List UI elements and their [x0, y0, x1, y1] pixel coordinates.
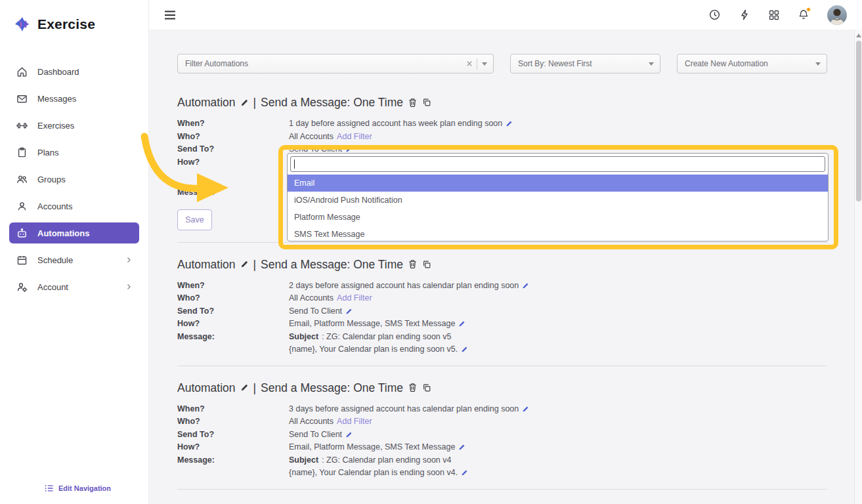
clear-icon[interactable]	[467, 61, 472, 66]
field-label: Send To?	[177, 429, 289, 442]
hamburger-menu-icon[interactable]	[164, 10, 176, 20]
list-edit-icon	[45, 484, 54, 492]
title-separator: |	[253, 257, 257, 272]
scrollbar-up-arrow[interactable]	[856, 33, 861, 37]
field-label: Message:	[177, 186, 289, 200]
avatar[interactable]	[827, 5, 847, 25]
sidebar-item-account[interactable]: Account	[9, 276, 139, 297]
save-button[interactable]: Save	[177, 209, 212, 230]
sidebar-item-accounts[interactable]: Accounts	[9, 196, 139, 217]
notifications-bell-icon[interactable]	[798, 9, 809, 21]
edit-pencil-icon[interactable]	[461, 346, 468, 353]
edit-pencil-icon[interactable]	[240, 260, 249, 268]
apps-grid-icon[interactable]	[768, 9, 780, 21]
edit-pencil-icon[interactable]	[240, 383, 249, 392]
edit-navigation-button[interactable]: Edit Navigation	[0, 484, 148, 492]
field-when: When? 1 day before assigned account has …	[177, 117, 827, 131]
dropdown-option-push[interactable]: iOS/Android Push Notification	[288, 192, 828, 209]
edit-pencil-icon[interactable]	[240, 98, 249, 107]
edit-pencil-icon[interactable]	[506, 120, 513, 127]
sidebar-item-messages[interactable]: Messages	[9, 88, 139, 109]
automation-title: Automation	[177, 257, 236, 272]
edit-pencil-icon[interactable]	[458, 320, 465, 327]
history-icon[interactable]	[708, 9, 721, 21]
dropdown-option-sms[interactable]: SMS Text Message	[288, 226, 828, 242]
sidebar-item-plans[interactable]: Plans	[9, 142, 139, 163]
field-label: How?	[177, 318, 289, 331]
sidebar-item-exercises[interactable]: Exercises	[9, 115, 139, 136]
edit-pencil-icon[interactable]	[458, 444, 465, 451]
field-label: When?	[177, 403, 289, 416]
trash-icon[interactable]	[408, 98, 418, 108]
add-filter-link[interactable]: Add Filter	[337, 131, 372, 144]
edit-pencil-icon[interactable]	[522, 282, 529, 289]
dropdown-option-platform[interactable]: Platform Message	[288, 209, 828, 226]
scrollbar-thumb[interactable]	[856, 41, 861, 201]
sidebar-item-label: Automations	[37, 228, 89, 238]
notification-badge	[806, 7, 811, 12]
subject-value: : ZG: Calendar plan ending soon v5	[322, 331, 451, 344]
copy-icon[interactable]	[422, 260, 431, 269]
filter-automations-select[interactable]: Filter Automations	[177, 54, 494, 74]
copy-icon[interactable]	[422, 383, 431, 392]
automation-subtitle: Send a Message: One Time	[261, 95, 403, 110]
message-body-value: {name}, Your Calendar plan is ending soo…	[289, 343, 458, 356]
sort-by-value: Sort By: Newest First	[518, 59, 592, 68]
create-new-automation-select[interactable]: Create New Automation	[677, 54, 827, 74]
field-label: How?	[177, 156, 289, 169]
field-label: When?	[177, 280, 289, 293]
field-who: Who? All Accounts Add Filter	[177, 292, 827, 305]
filter-bar: Filter Automations Sort By: Newest First…	[177, 54, 827, 74]
copy-icon[interactable]	[422, 98, 431, 107]
quick-actions-icon[interactable]	[739, 9, 750, 21]
field-who: Who? All Accounts Add Filter	[177, 415, 827, 429]
automation-title-row: Automation | Send a Message: One Time	[177, 381, 827, 395]
field-when: When? 3 days before assigned account has…	[177, 403, 827, 416]
when-value: 1 day before assigned account has week p…	[289, 117, 502, 131]
field-message-subject: Message: Subject: ZG: Calendar plan endi…	[177, 331, 827, 344]
field-label: Who?	[177, 131, 289, 144]
automation-subtitle: Send a Message: One Time	[261, 257, 403, 272]
sidebar-item-automations[interactable]: Automations	[9, 222, 139, 243]
dropdown-option-email[interactable]: Email	[288, 175, 828, 192]
dumbbell-icon	[16, 120, 28, 131]
sidebar-item-label: Groups	[37, 175, 66, 184]
brand-logo: Exercise	[0, 0, 148, 33]
field-how: How? Email, Platform Message, SMS Text M…	[177, 441, 827, 454]
add-filter-link[interactable]: Add Filter	[337, 415, 372, 429]
edit-navigation-label: Edit Navigation	[58, 484, 111, 492]
edit-pencil-icon[interactable]	[522, 406, 529, 413]
automation-card: Automation | Send a Message: One Time Wh…	[177, 257, 827, 356]
edit-pencil-icon[interactable]	[345, 431, 353, 438]
field-label: Message:	[177, 454, 289, 467]
automation-subtitle: Send a Message: One Time	[261, 381, 403, 395]
chevron-right-icon	[126, 284, 132, 290]
sidebar-item-dashboard[interactable]: Dashboard	[9, 61, 139, 82]
field-label: Send To?	[177, 143, 289, 156]
sidebar-item-label: Messages	[37, 94, 76, 104]
edit-pencil-icon[interactable]	[461, 469, 468, 476]
send-to-value: Send To Client	[289, 305, 342, 318]
edit-pencil-icon[interactable]	[345, 308, 353, 315]
field-label-spacer	[177, 343, 289, 356]
automation-title-row: Automation | Send a Message: One Time	[177, 95, 827, 110]
card-divider	[177, 242, 827, 243]
topbar-actions	[708, 5, 847, 25]
edit-pencil-icon[interactable]	[345, 146, 353, 153]
sidebar-item-groups[interactable]: Groups	[9, 169, 139, 190]
caret-down-icon	[649, 62, 654, 66]
title-separator: |	[253, 95, 257, 110]
sidebar-item-label: Dashboard	[37, 67, 79, 77]
trash-icon[interactable]	[408, 259, 418, 269]
vertical-scrollbar[interactable]	[854, 30, 862, 504]
add-filter-link[interactable]: Add Filter	[337, 292, 372, 305]
caret-down-icon	[482, 62, 487, 66]
send-to-value: Send To Client	[289, 429, 342, 442]
sidebar-item-schedule[interactable]: Schedule	[9, 249, 139, 270]
calendar-icon	[16, 255, 28, 266]
sort-by-select[interactable]: Sort By: Newest First	[510, 54, 660, 74]
robot-icon	[16, 228, 28, 239]
user-gear-icon	[16, 282, 28, 293]
trash-icon[interactable]	[408, 383, 418, 392]
dropdown-search-input[interactable]	[290, 156, 825, 172]
